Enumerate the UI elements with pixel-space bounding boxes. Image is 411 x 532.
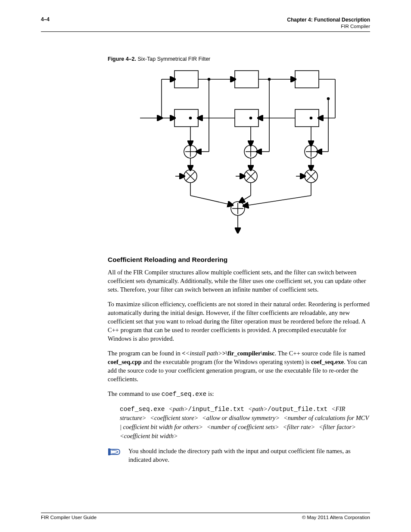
page-footer: FIR Compiler User Guide © May 2011 Alter… <box>41 513 370 520</box>
svg-line-64 <box>244 196 311 206</box>
header-right: Chapter 4: Functional Description FIR Co… <box>287 16 370 30</box>
paragraph-1: All of the FIR Compiler structures allow… <box>108 268 370 294</box>
paragraph-2: To maximize silicon efficiency, coeffici… <box>108 300 370 343</box>
svg-line-60 <box>190 196 232 205</box>
cmd-path-a: <path> <box>168 405 188 412</box>
cmd-rate: <filter rate> <box>283 423 315 430</box>
note-hand-icon <box>108 448 121 456</box>
content-area: Figure 4–2. Six-Tap Symmetrical FIR Filt… <box>108 56 370 464</box>
text: and the executable program (for the Wind… <box>142 358 311 365</box>
cmd-path-b: <path> <box>248 405 268 412</box>
page-number: 4–4 <box>41 16 50 22</box>
path-suffix: \fir_compiler\misc <box>226 350 275 357</box>
svg-point-40 <box>327 97 329 100</box>
cmd-sets: <number of coefficient sets> <box>207 423 279 430</box>
note-block: You should include the directory path wi… <box>108 447 370 464</box>
svg-point-36 <box>249 117 252 119</box>
text: is: <box>206 390 214 397</box>
svg-rect-0 <box>174 71 198 88</box>
svg-point-37 <box>310 117 312 119</box>
cmd-sym: <allow or disallow symmetry> <box>202 414 280 421</box>
paragraph-4: The command to use coef_seq.exe is: <box>108 389 370 398</box>
svg-line-62 <box>240 196 251 202</box>
svg-point-35 <box>189 117 191 119</box>
note-text: You should include the directory path wi… <box>128 447 370 464</box>
fir-filter-diagram <box>136 66 342 239</box>
src-file: coef_seq.cpp <box>108 358 142 365</box>
footer-right: © May 2011 Altera Corporation <box>302 515 370 520</box>
text: . The C++ source code file is named <box>275 350 365 357</box>
page-header: 4–4 Chapter 4: Functional Description FI… <box>41 16 370 32</box>
exe-file: coef_seq.exe <box>311 358 344 365</box>
text: The program can be found in <box>108 350 182 357</box>
text: The command to use <box>108 390 162 397</box>
install-path: <install path> <box>186 350 222 357</box>
svg-rect-10 <box>295 109 319 127</box>
cmd-factor: <filter factor> <box>319 423 356 430</box>
figure-title: Six-Tap Symmetrical FIR Filter <box>137 56 210 62</box>
slash: / <box>188 406 192 413</box>
exe-name: coef_seq.exe <box>162 391 206 398</box>
cmd-width: <coefficient bit width> <box>120 432 178 439</box>
cmd-exe: coef_seq.exe <box>120 406 165 413</box>
figure-caption: Figure 4–2. Six-Tap Symmetrical FIR Filt… <box>108 56 370 62</box>
footer-left: FIR Compiler User Guide <box>41 515 97 520</box>
svg-rect-2 <box>295 71 319 88</box>
cmd-infile: input_file.txt <box>192 406 248 413</box>
svg-point-38 <box>208 78 210 80</box>
section-name: FIR Compiler <box>287 23 370 30</box>
svg-rect-8 <box>174 109 198 127</box>
figure-label: Figure 4–2. <box>108 56 136 62</box>
svg-rect-1 <box>235 71 258 88</box>
command-syntax: coef_seq.exe <path>/input_file.txt <path… <box>120 404 370 441</box>
cmd-outfile: output_file.txt <box>271 406 331 413</box>
svg-rect-9 <box>235 109 258 127</box>
paragraph-3: The program can be found in <<install pa… <box>108 349 370 383</box>
section-heading: Coefficient Reloading and Reordering <box>108 256 370 264</box>
svg-point-39 <box>268 78 270 80</box>
cmd-coef-store: <coefficient store> <box>150 414 198 421</box>
slash: / <box>268 406 271 413</box>
chapter-title: Chapter 4: Functional Description <box>287 16 370 23</box>
